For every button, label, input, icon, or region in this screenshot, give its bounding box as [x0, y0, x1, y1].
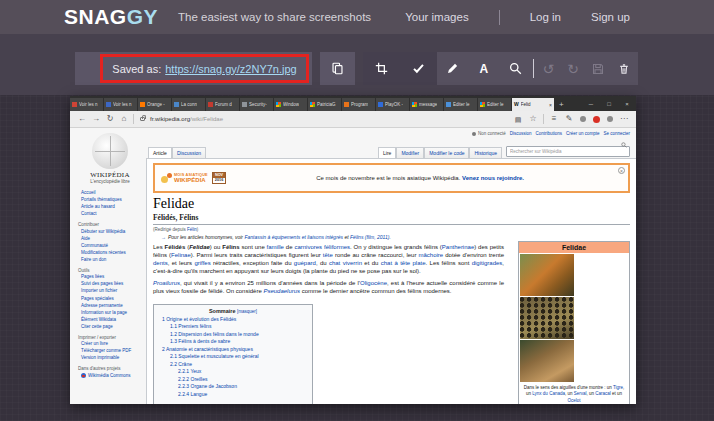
sidebar-item-suivi-des-pages-li-es[interactable]: Suivi des pages liées [81, 281, 142, 287]
view-tab-modifier-le-code[interactable]: Modifier le code [424, 147, 469, 159]
home-icon[interactable]: ⌂ [117, 115, 131, 123]
crop-button[interactable] [363, 52, 400, 85]
personal-link-discussion[interactable]: Discussion [510, 131, 532, 136]
nav-sign-up[interactable]: Sign up [591, 11, 630, 23]
browser-tab[interactable]: La conn [172, 98, 205, 111]
toc-entry[interactable]: 2.2.1 Yeux [178, 368, 304, 376]
inline-link[interactable]: digitigrades [472, 260, 503, 266]
lastpass-extension-icon[interactable] [593, 116, 600, 123]
sidebar-item-importer-un-fichier[interactable]: Importer un fichier [81, 288, 142, 294]
inline-link[interactable]: Oligocène [360, 280, 387, 286]
browser-tab[interactable]: Window [274, 98, 307, 111]
tab-close-icon[interactable]: × [549, 102, 552, 108]
back-icon[interactable]: ← [75, 115, 89, 123]
inline-link[interactable]: Caracal [595, 391, 611, 396]
browser-tab[interactable]: Forum d [206, 98, 239, 111]
delete-button[interactable] [610, 52, 638, 85]
toc-entry[interactable]: 2 Anatomie et caractéristiques physiques [162, 346, 304, 354]
browser-tab[interactable]: Security- [240, 98, 273, 111]
sidebar-item-pages-li-es[interactable]: Pages liées [81, 274, 142, 280]
favorites-star-icon[interactable]: ☆ [526, 115, 540, 123]
text-button[interactable]: A [468, 52, 499, 85]
wiki-search-input[interactable] [506, 146, 630, 157]
zoom-button[interactable] [500, 52, 531, 85]
close-button[interactable]: × [618, 101, 636, 107]
sidebar-item--l-ment-wikidata[interactable]: Élément Wikidata [81, 317, 142, 323]
redo-button[interactable]: ↻ [561, 52, 586, 85]
inline-link[interactable]: Proailurus [153, 280, 180, 286]
snaggy-logo[interactable]: SNAGGY [64, 5, 158, 29]
inline-link[interactable]: dents [153, 260, 168, 266]
sidebar-item-portails-th-matiques[interactable]: Portails thématiques [81, 197, 142, 203]
sidebar-item-citer-cette-page[interactable]: Citer cette page [81, 324, 142, 330]
draw-button[interactable] [437, 52, 468, 85]
new-tab-button[interactable]: + [555, 98, 568, 111]
inline-link[interactable]: Pseudaelurus [263, 288, 300, 294]
inline-link[interactable]: Ocelot [567, 398, 580, 403]
inline-link[interactable]: chat viverrin [329, 260, 362, 266]
forward-icon[interactable]: → [89, 115, 103, 123]
wikipedia-globe-logo[interactable] [92, 133, 128, 169]
toc-entry[interactable]: 1.1 Premiers félins [170, 323, 304, 331]
banner-join-link[interactable]: Venez nous rejoindre. [462, 175, 524, 181]
browser-tab[interactable]: Program [342, 98, 375, 111]
browser-tab[interactable]: PatriciaG [308, 98, 341, 111]
browser-tab[interactable]: Voir les n [70, 98, 103, 111]
web-note-icon[interactable]: ✎ [562, 115, 576, 123]
toc-entry[interactable]: 2.1 Squelette et musculature en général [170, 353, 304, 361]
toc-entry[interactable]: 1.3 Félins à dents de sabre [170, 338, 304, 346]
sidebar-item-accueil[interactable]: Accueil [81, 190, 142, 196]
search-icon[interactable] [621, 142, 627, 148]
toc-entry[interactable]: 1 Origine et évolution des Félidés [162, 316, 304, 324]
toc-entry[interactable]: 2.2 Crâne [170, 361, 304, 369]
browser-tab[interactable]: Éditer le [444, 98, 477, 111]
sidebar-item-aide[interactable]: Aide [81, 236, 142, 242]
maximize-button[interactable]: □ [600, 101, 618, 107]
page-tab-discussion[interactable]: Discussion [172, 147, 206, 159]
toc-entry[interactable]: 1.2 Dispersion des félins dans le monde [170, 331, 304, 339]
inline-link[interactable]: Pantherinae [442, 244, 474, 250]
inline-link[interactable]: Félins (film, 2011) [350, 234, 389, 240]
hub-icon[interactable]: ≡ [547, 115, 561, 123]
inline-link[interactable]: tête [323, 252, 333, 258]
banner-close-icon[interactable]: × [618, 167, 625, 174]
sidebar-item-article-au-hasard[interactable]: Article au hasard [81, 204, 142, 210]
sidebar-item-communaut-[interactable]: Communauté [81, 243, 142, 249]
sidebar-item-contact[interactable]: Contact [81, 211, 142, 217]
inline-link[interactable]: famille [267, 244, 284, 250]
sidebar-item-faire-un-don[interactable]: Faire un don [81, 257, 142, 263]
inline-link[interactable]: carnivores [294, 244, 322, 250]
sidebar-item-cr-er-un-livre[interactable]: Créer un livre [81, 341, 142, 347]
browser-tab[interactable]: Orange - [138, 98, 171, 111]
caracal-photo[interactable] [520, 340, 574, 382]
confirm-button[interactable] [400, 52, 437, 85]
inline-link[interactable]: Félin [187, 227, 197, 232]
personal-link-contributions[interactable]: Contributions [535, 131, 562, 136]
sidebar-item-pages-sp-ciales[interactable]: Pages spéciales [81, 296, 142, 302]
nav-your-images[interactable]: Your images [405, 11, 469, 23]
tiger-photo[interactable] [520, 254, 574, 296]
toc-hide-toggle[interactable]: [masquer] [237, 309, 257, 314]
inline-link[interactable]: Felinae [171, 252, 191, 258]
sidebar-item-information-sur-la-page[interactable]: Information sur la page [81, 310, 142, 316]
toc-entry[interactable]: 2.2.2 Oreilles [178, 376, 304, 384]
inline-link[interactable]: griffes [194, 260, 210, 266]
saved-url-link[interactable]: https://snag.gy/z2NY7n.jpg [165, 63, 296, 75]
sidebar-item-wikim-dia-commons[interactable]: Wikimédia Commons [81, 373, 142, 379]
inline-link[interactable]: féliformes [324, 244, 350, 250]
refresh-icon[interactable]: ↻ [103, 115, 117, 123]
sidebar-item-t-l-charger-comme-pdf[interactable]: Télécharger comme PDF [81, 348, 142, 354]
more-options-icon[interactable]: ⋯ [617, 115, 631, 123]
inline-link[interactable]: Serval [574, 391, 587, 396]
personal-link-se-connecter[interactable]: Se connecter [603, 131, 630, 136]
pin-extension-icon[interactable] [607, 116, 613, 122]
toc-entry[interactable]: 2.2.4 Langue [178, 391, 304, 399]
page-tab-article[interactable]: Article [148, 147, 172, 159]
view-tab-modifier[interactable]: Modifier [396, 147, 424, 159]
save-button[interactable] [586, 52, 611, 85]
browser-tab[interactable]: Éditer le [478, 98, 511, 111]
copy-button[interactable] [320, 52, 355, 85]
nav-log-in[interactable]: Log in [530, 11, 561, 23]
inline-link[interactable]: Tigre [613, 385, 623, 390]
sidebar-item-adresse-permanente[interactable]: Adresse permanente [81, 303, 142, 309]
